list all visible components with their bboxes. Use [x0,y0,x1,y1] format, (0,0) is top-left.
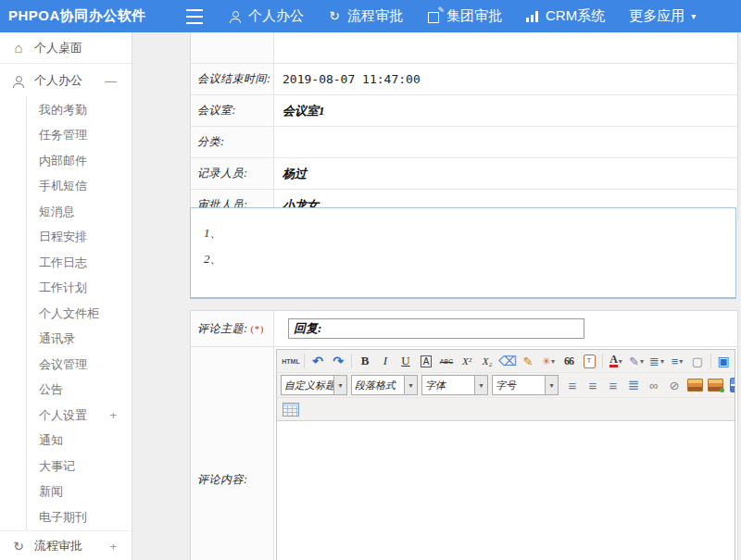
sidebar-subitem[interactable]: 我的考勤 [27,97,132,123]
upload-image-icon[interactable] [706,376,724,394]
flow-icon [11,540,26,554]
content-line: 2、 [191,246,735,272]
editor-dropdowns: 自定义标题 ▾ 段落格式 ▾ 字体 [281,375,562,395]
dropdown-caret-icon[interactable]: ▾ [333,376,346,394]
bold-icon[interactable]: B [356,352,374,370]
fullscreen-icon[interactable]: ▣ [714,352,733,370]
quote-icon[interactable]: 66 [559,352,578,370]
sidebar-subitem[interactable]: 电子期刊 [27,504,132,530]
form-row: 会议结束时间: 2019-08-07 11:47:00 [191,64,737,95]
align-left-icon[interactable]: ≡ [563,376,582,394]
font-bg-icon[interactable]: A [417,352,435,370]
nav-item[interactable]: 集团审批 [427,7,502,25]
sidebar-subitem[interactable]: 工作日志 [27,250,132,276]
sidebar-subitem[interactable]: 新闻 [27,479,132,505]
align-right-icon[interactable]: ≡ [604,376,622,394]
nav-item[interactable]: CRM系统 [526,7,605,25]
unlink-icon[interactable]: ⊘ [665,376,684,394]
color-wand-icon[interactable]: ✳▾ [539,352,558,370]
sidebar-item-workflow[interactable]: 流程审批 + [0,530,132,560]
toolbar-separator [351,354,352,368]
editor-toolbar-row3 [277,398,735,421]
sidebar-subitem-label: 任务管理 [39,127,87,143]
font-family-select[interactable]: 字体 ▾ [421,375,488,395]
font-color-icon[interactable]: A▾ [607,352,625,370]
sidebar-subitem[interactable]: 任务管理 [27,123,132,149]
underline-icon[interactable]: U [396,352,415,370]
comment-content-row: 评论内容: HTML [191,347,737,560]
field-value [274,32,737,63]
caret-down-icon: ▾ [660,357,664,366]
subscript-icon[interactable]: X₂ [478,352,496,370]
sidebar-subitem-label: 内部邮件 [39,153,87,169]
sidebar-subitem[interactable]: 会议管理 [27,352,132,378]
sidebar-subitem[interactable]: 工作计划 [27,276,132,302]
html-source-button[interactable]: HTML [282,352,300,370]
content-line: 1、 [191,220,735,246]
sidebar-subitem[interactable]: 日程安排 [27,225,132,251]
comment-content-label: 评论内容: [191,347,274,560]
heading-style-select[interactable]: 自定义标题 ▾ [281,375,347,395]
italic-icon[interactable]: I [376,352,395,370]
sidebar-subitem-label: 我的考勤 [39,102,87,118]
insert-image-icon[interactable] [685,376,704,394]
sidebar-subitem[interactable]: 短消息 [27,199,132,225]
user-icon [229,9,242,23]
field-label: 会议室: [191,95,274,126]
expand-icon[interactable]: + [109,408,117,422]
align-center-icon[interactable]: ≡ [584,376,602,394]
highlight-pen-icon[interactable]: ✎▾ [627,352,646,370]
comment-form: 评论主题: (*) 评论内容: HTML [190,310,738,560]
menu-toggle-icon[interactable] [186,9,203,24]
sidebar-subitem[interactable]: 内部邮件 [27,148,132,174]
editor-content-area[interactable] [277,421,735,560]
home-icon [11,41,26,55]
eraser-icon[interactable]: ⌫ [498,352,517,370]
collapse-icon[interactable]: — [105,74,117,88]
new-page-icon[interactable]: ▢ [688,352,707,370]
nav-item[interactable]: 个人办公 [229,7,304,25]
dropdown-caret-icon[interactable]: ▾ [404,376,417,394]
nav-item[interactable]: 流程审批 [328,7,403,25]
font-size-select[interactable]: 字号 ▾ [492,375,559,395]
dropdown-caret-icon[interactable]: ▾ [474,376,487,394]
insert-table-icon[interactable] [282,400,300,418]
expand-icon[interactable]: + [109,540,117,554]
sidebar-item-desktop[interactable]: 个人桌面 [0,32,132,64]
field-label: 分类: [191,127,274,157]
sidebar-subitem[interactable]: 个人文件柜 [27,301,132,327]
comment-subject-label: 评论主题: (*) [191,311,274,346]
format-brush-icon[interactable]: ✎ [519,352,537,370]
nav-item[interactable]: 更多应用 ▾ [629,7,696,25]
field-label: 会议结束时间: [191,64,274,94]
main-content: 会议结束时间: 2019-08-07 11:47:00 会议室: 会议室1 分类… [132,32,741,560]
meeting-detail-table: 会议结束时间: 2019-08-07 11:47:00 会议室: 会议室1 分类… [190,32,738,221]
sidebar-subitem[interactable]: 手机短信 [27,174,132,200]
sidebar-subitem[interactable]: 通知 [27,429,132,454]
paste-icon[interactable]: T [580,352,598,370]
flow-icon [328,9,341,23]
insert-media-icon[interactable] [726,376,735,394]
form-row: 会议室: 会议室1 [191,95,737,127]
caret-down-icon: ▾ [691,11,696,21]
unordered-list-icon[interactable]: ≡▾ [668,352,686,370]
sidebar-subitem[interactable]: 大事记 [27,454,132,479]
sidebar-subitem[interactable]: 公告 [27,378,132,404]
caret-down-icon: ▾ [619,357,622,366]
sidebar-subitem[interactable]: 通讯录 [27,327,132,353]
sidebar-item-personal-office[interactable]: 个人办公 — [0,64,132,97]
sidebar-subitem[interactable]: 个人设置 + [27,403,132,429]
field-value [274,127,737,157]
dropdown-caret-icon[interactable]: ▾ [545,376,558,394]
nav-item-label: 集团审批 [446,7,502,25]
link-icon[interactable]: ∞ [645,376,663,394]
strikethrough-icon[interactable]: ABC [437,352,456,370]
undo-icon[interactable]: ↶ [308,352,327,370]
justify-icon[interactable]: ≣ [624,376,643,394]
superscript-icon[interactable]: X² [458,352,476,370]
dropdown-value: 字号 [493,376,545,394]
ordered-list-icon[interactable]: ≣▾ [647,352,666,370]
comment-subject-input[interactable] [288,318,584,339]
paragraph-format-select[interactable]: 段落格式 ▾ [351,375,418,395]
redo-icon[interactable]: ↷ [329,352,347,370]
